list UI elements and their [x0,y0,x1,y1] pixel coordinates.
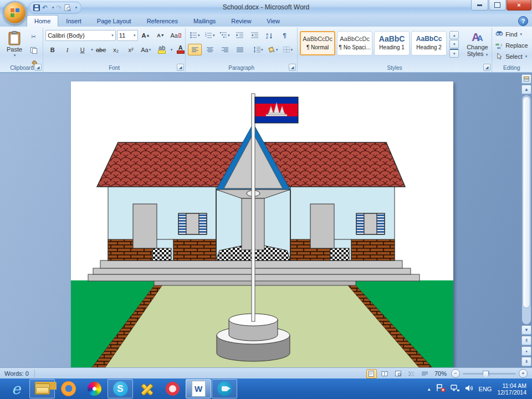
scroll-up-button[interactable]: ▲ [521,85,531,94]
taskbar-word[interactable]: W [186,379,211,398]
full-screen-reading-view-button[interactable] [380,369,390,378]
shading-button[interactable]: ▾ [266,44,280,55]
align-left-button[interactable] [188,44,202,55]
window-left[interactable] [178,213,207,234]
decrease-indent-button[interactable] [233,29,247,41]
select-browse-object-button[interactable]: ● [521,346,531,356]
clear-formatting-button[interactable]: Aa [169,29,183,41]
justify-button[interactable] [233,44,247,55]
style-heading-1[interactable]: AaBbC Heading 1 [374,31,410,55]
tab-references[interactable]: References [139,15,186,27]
font-size-combobox[interactable]: 11 ▾ [117,30,138,41]
tab-review[interactable]: Review [223,15,259,27]
taskbar-photoscape[interactable] [81,379,107,398]
help-button[interactable]: ? [518,16,528,26]
select-button[interactable]: Select ▾ [495,52,528,61]
copy-button[interactable] [27,44,40,56]
style-heading-2[interactable]: AaBbCc Heading 2 [411,31,447,55]
align-center-button[interactable] [203,44,217,55]
taskbar-opera[interactable] [160,379,185,398]
language-indicator[interactable]: ENG [479,386,492,392]
grow-font-button[interactable]: A▲ [139,29,153,41]
scrollbar-thumb[interactable] [523,96,530,308]
shrink-font-button[interactable]: A▼ [154,29,168,41]
taskbar-internet-explorer[interactable]: e [3,379,29,398]
show-hide-pilcrow-button[interactable]: ¶ [278,29,291,41]
underline-button[interactable]: U [75,44,89,55]
replace-button[interactable]: abac Replace [495,41,528,50]
taskbar-clock[interactable]: 11:04 AM 12/17/2014 [497,382,526,396]
subscript-button[interactable]: x₂ [109,44,123,55]
school-building[interactable] [97,124,405,260]
tab-mailings[interactable]: Mailings [186,15,223,27]
underline-dropdown-icon[interactable]: ▾ [91,48,93,52]
style-no-spacing[interactable]: AaBbCcDc ¶ No Spaci... [337,31,372,55]
change-styles-button[interactable]: AA Change Styles ▾ [463,29,492,59]
styles-scroll-up-button[interactable]: ▴ [449,31,459,39]
scroll-down-button[interactable]: ▼ [521,325,531,335]
font-dialog-launcher[interactable]: ◢ [177,64,184,71]
font-name-combobox[interactable]: Calibri (Body) ▾ [45,30,116,41]
italic-button[interactable]: I [60,44,74,55]
print-layout-view-button[interactable] [366,369,377,378]
styles-more-button[interactable]: ▾ [449,49,459,58]
minimize-button[interactable] [471,0,488,11]
tab-view[interactable]: View [259,15,288,27]
taskbar-file-explorer[interactable] [29,379,55,398]
taskbar-camtasia[interactable] [212,379,237,398]
borders-button[interactable]: ▾ [281,44,295,55]
scrollbar-track[interactable] [522,95,531,324]
superscript-button[interactable]: x² [124,44,138,55]
flagpole[interactable] [252,94,255,321]
zoom-slider[interactable] [463,373,516,375]
taskbar-skype[interactable]: S [108,379,133,398]
tab-insert[interactable]: Insert [58,15,89,27]
bold-button[interactable]: B [45,44,59,55]
network-icon[interactable] [451,384,459,394]
close-button[interactable]: × [507,0,531,11]
clipboard-dialog-launcher[interactable]: ◢ [34,64,42,71]
zoom-in-button[interactable]: + [519,369,528,378]
previous-page-button[interactable]: ⇞ [521,336,531,345]
paragraph-dialog-launcher[interactable]: ◢ [289,64,296,71]
volume-icon[interactable] [465,384,473,394]
cambodia-flag[interactable] [255,97,298,123]
line-spacing-button[interactable]: ▾ [251,44,265,55]
highlight-dropdown-icon[interactable]: ▾ [171,48,173,52]
draft-view-button[interactable] [420,369,430,378]
paste-button[interactable]: Paste ▾ [3,29,25,59]
word-count[interactable]: Words: 0 [0,370,35,377]
ruler-toggle-button[interactable] [521,74,531,84]
align-right-button[interactable] [218,44,232,55]
taskbar-pc-tools[interactable] [134,379,159,398]
tab-page-layout[interactable]: Page Layout [89,15,139,27]
zoom-level[interactable]: 70% [434,370,447,377]
next-page-button[interactable]: ⇟ [521,357,531,366]
change-case-button[interactable]: Aa▾ [139,44,153,55]
styles-dialog-launcher[interactable]: ◢ [483,64,490,71]
restore-button[interactable] [489,0,506,11]
document-page[interactable] [71,81,453,367]
sort-button[interactable]: AZ [263,29,277,41]
hidden-icons-button[interactable]: ▴ [428,386,431,392]
office-button[interactable] [3,1,27,24]
tab-home[interactable]: Home [27,15,58,27]
web-layout-view-button[interactable] [393,369,403,378]
zoom-out-button[interactable]: − [451,369,460,378]
highlight-button[interactable]: ab [155,44,169,55]
zoom-slider-thumb[interactable] [483,371,489,378]
window-right[interactable] [356,213,385,234]
multilevel-list-button[interactable]: ▾ [218,29,232,41]
cut-button[interactable]: ✂ [27,31,40,43]
outline-view-button[interactable] [406,369,417,378]
styles-scroll-down-button[interactable]: ▾ [449,40,459,48]
taskbar-firefox[interactable] [55,379,81,398]
action-center-icon[interactable] [436,384,445,394]
style-normal[interactable]: AaBbCcDc ¶ Normal [300,31,335,55]
find-button[interactable]: Find ▾ [495,30,528,39]
door-right[interactable] [310,204,334,248]
door-left[interactable] [133,204,157,248]
numbering-button[interactable]: 12▾ [203,29,217,41]
strikethrough-button[interactable]: abe [94,44,108,55]
bullets-button[interactable]: ▾ [188,29,202,41]
